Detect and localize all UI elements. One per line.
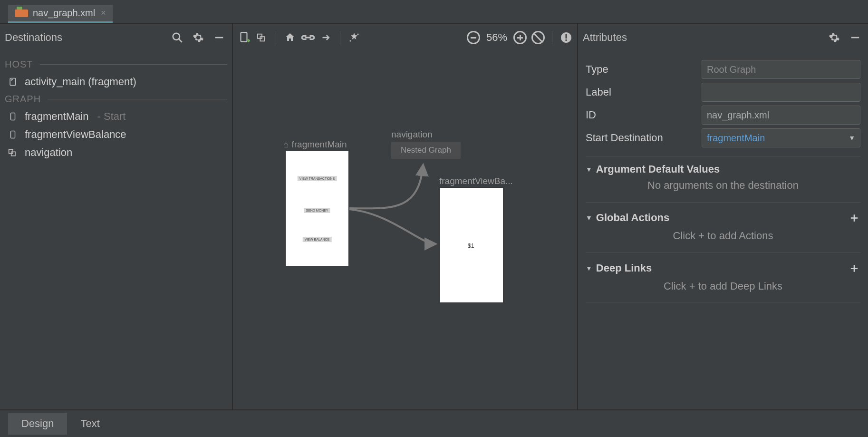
label-field[interactable] <box>702 83 860 102</box>
nested-graph-toolbar-icon[interactable] <box>254 29 270 46</box>
destinations-header: Destinations <box>0 24 232 51</box>
svg-point-0 <box>173 33 180 40</box>
destinations-title: Destinations <box>5 31 164 44</box>
xml-file-icon <box>15 10 28 17</box>
attributes-panel: Attributes Type Label ID Start Desti <box>578 24 868 409</box>
zoom-reset-button[interactable] <box>530 29 546 46</box>
mock-button-view-balance: VIEW BALANCE <box>303 237 332 242</box>
toolbar-divider <box>276 31 276 44</box>
zoom-out-button[interactable] <box>465 29 482 46</box>
fragment-label-navigation: navigation <box>391 129 433 140</box>
balance-value: $1 <box>468 243 474 249</box>
svg-rect-8 <box>241 32 247 42</box>
section-divider <box>586 302 860 302</box>
minimize-icon[interactable] <box>211 29 227 46</box>
mock-button-view-transactions: VIEW TRANSACTIONS <box>298 176 337 181</box>
search-icon[interactable] <box>169 29 185 46</box>
dest-item-label: fragmentMain <box>25 110 89 123</box>
chevron-down-icon: ▼ <box>586 214 592 222</box>
dest-item-suffix: - Start <box>97 110 126 123</box>
home-start-icon: ⌂ <box>283 139 289 149</box>
gear-icon[interactable] <box>826 29 842 46</box>
start-destination-select[interactable]: fragmentMain ▼ <box>702 128 860 147</box>
attributes-title: Attributes <box>583 31 821 44</box>
gear-icon[interactable] <box>190 29 206 46</box>
new-destination-icon[interactable] <box>236 29 252 46</box>
id-field[interactable] <box>702 106 860 125</box>
canvas-area[interactable]: ⌂fragmentMain VIEW TRANSACTIONS SEND MON… <box>233 51 577 409</box>
arguments-empty-text: No arguments on the destination <box>586 175 860 194</box>
type-field <box>702 60 860 79</box>
attributes-header: Attributes <box>578 24 868 51</box>
graph-item-fragmentmain[interactable]: fragmentMain - Start <box>5 107 227 126</box>
svg-rect-5 <box>11 131 15 138</box>
label-label: Label <box>586 86 695 98</box>
graph-item-fragmentviewbalance[interactable]: fragmentViewBalance <box>5 126 227 144</box>
bottom-tab-bar: Design Text <box>0 409 868 437</box>
nested-graph-badge[interactable]: Nested Graph <box>391 142 461 159</box>
deep-links-empty-text: Click + to add Deep Links <box>586 276 860 294</box>
argument-default-values-section[interactable]: ▼ Argument Default Values <box>586 156 860 175</box>
home-icon[interactable] <box>282 29 298 46</box>
add-global-action-button[interactable]: ＋ <box>848 209 860 226</box>
start-destination-label: Start Destination <box>586 132 695 144</box>
id-label: ID <box>586 109 695 121</box>
tab-text[interactable]: Text <box>67 413 113 435</box>
chevron-down-icon: ▼ <box>586 264 592 272</box>
svg-rect-17 <box>566 34 567 39</box>
canvas-panel: 56% ⌂fragmentMain VIEW T <box>233 24 578 409</box>
chevron-down-icon: ▼ <box>586 165 592 173</box>
close-icon[interactable]: × <box>101 8 106 18</box>
nested-graph-icon <box>8 147 18 158</box>
zoom-level: 56% <box>483 31 510 44</box>
dest-item-label: fragmentViewBalance <box>25 128 126 141</box>
deep-links-section[interactable]: ▼ Deep Links ＋ <box>586 252 860 276</box>
minimize-icon[interactable] <box>847 29 863 46</box>
screen-fragmentmain[interactable]: VIEW TRANSACTIONS SEND MONEY VIEW BALANC… <box>286 151 348 266</box>
global-actions-empty-text: Click + to add Actions <box>586 226 860 244</box>
svg-point-15 <box>350 40 351 42</box>
svg-point-14 <box>357 34 359 35</box>
dest-item-label: navigation <box>25 146 72 159</box>
fragment-label-main: ⌂fragmentMain <box>283 139 347 150</box>
dest-item-label: activity_main (fragment) <box>25 76 136 88</box>
auto-arrange-icon[interactable] <box>346 29 362 46</box>
host-item-activity-main[interactable]: activity_main (fragment) <box>5 73 227 91</box>
toolbar-divider <box>552 31 552 44</box>
graph-section-label: GRAPH <box>5 94 227 105</box>
svg-rect-4 <box>11 113 15 120</box>
phone-icon <box>8 129 18 140</box>
add-deep-link-button[interactable]: ＋ <box>848 260 860 276</box>
host-section-label: HOST <box>5 59 227 70</box>
screen-fragmentviewbalance[interactable]: $1 <box>440 188 503 302</box>
file-tab-nav-graph[interactable]: nav_graph.xml × <box>8 5 113 23</box>
type-label: Type <box>586 63 695 76</box>
toolbar-divider <box>340 31 340 44</box>
error-indicator-icon[interactable] <box>558 29 574 46</box>
canvas-toolbar: 56% <box>233 24 577 51</box>
navigation-edges <box>233 51 577 409</box>
tab-design[interactable]: Design <box>8 413 67 435</box>
graph-item-navigation[interactable]: navigation <box>5 144 227 162</box>
phone-icon <box>8 111 18 122</box>
mock-button-send-money: SEND MONEY <box>304 208 330 213</box>
arrow-right-icon[interactable] <box>318 29 334 46</box>
zoom-in-button[interactable] <box>512 29 528 46</box>
svg-line-1 <box>179 39 182 42</box>
svg-rect-18 <box>566 39 567 41</box>
link-icon[interactable] <box>300 29 316 46</box>
fragment-icon <box>8 77 18 87</box>
fragment-label-viewbalance: fragmentViewBa... <box>439 176 513 186</box>
file-tab-label: nav_graph.xml <box>33 8 95 19</box>
global-actions-section[interactable]: ▼ Global Actions ＋ <box>586 202 860 226</box>
destinations-panel: Destinations HOST activity_main (fragmen… <box>0 24 233 409</box>
chevron-down-icon: ▼ <box>849 134 855 142</box>
